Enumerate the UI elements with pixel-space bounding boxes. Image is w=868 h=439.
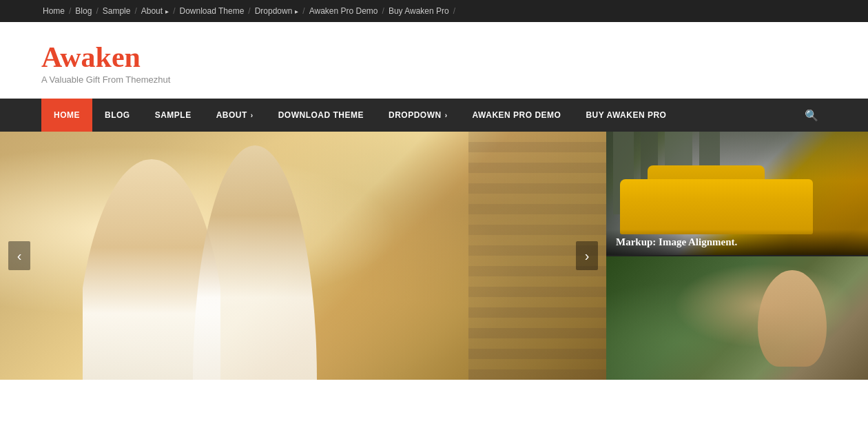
- nav-item-home[interactable]: HOME: [41, 99, 92, 132]
- nav-dropdown-arrow: ›: [445, 112, 448, 119]
- nav-item-sample[interactable]: SAMPLE: [143, 99, 204, 132]
- nav-item-download-theme[interactable]: DOWNLOAD THEME: [266, 99, 376, 132]
- topnav-sep-8: /: [451, 6, 458, 16]
- taxi-body: [620, 179, 813, 234]
- side-thumbnails: Markup: Image Alignment.: [606, 132, 868, 380]
- hero-area: ‹ › Markup: Image Alignment.: [0, 132, 868, 380]
- thumb-girl-bg: [606, 256, 868, 380]
- topnav-item-blog[interactable]: Blog: [74, 6, 93, 16]
- topnav-item-download-theme[interactable]: Download Theme: [178, 6, 245, 16]
- topnav-sep-5: /: [245, 6, 253, 16]
- topnav-item-about[interactable]: About: [140, 6, 164, 16]
- main-slide: ‹ ›: [0, 132, 606, 380]
- topnav-sep-6: /: [300, 6, 307, 16]
- top-nav: Home / Blog / Sample / About ▸ / Downloa…: [41, 6, 458, 16]
- thumb-girl-overlay: [606, 256, 868, 380]
- thumb-city-bg: Markup: Image Alignment.: [606, 132, 868, 255]
- logo-area: Awaken A Valuable Gift From Themezhut: [0, 22, 868, 99]
- nav-item-dropdown[interactable]: DROPDOWN ›: [376, 99, 460, 132]
- next-button[interactable]: ›: [576, 241, 598, 270]
- thumb-girl[interactable]: [606, 256, 868, 380]
- search-button[interactable]: 🔍: [796, 99, 827, 132]
- topnav-dropdown-arrow: ▸: [293, 8, 300, 15]
- nav-item-blog[interactable]: BLOG: [92, 99, 143, 132]
- search-icon: 🔍: [805, 109, 818, 122]
- nav-item-awaken-pro-demo[interactable]: AWAKEN PRO DEMO: [460, 99, 574, 132]
- nav-about-arrow: ›: [251, 112, 254, 119]
- topnav-sep-4: /: [170, 6, 178, 16]
- thumb-city-caption: Markup: Image Alignment.: [606, 229, 868, 255]
- topnav-item-awaken-pro-demo[interactable]: Awaken Pro Demo: [308, 6, 380, 16]
- topnav-sep-3: /: [132, 6, 139, 16]
- nav-item-buy-awaken-pro[interactable]: BUY AWAKEN PRO: [573, 99, 679, 132]
- main-nav: HOME BLOG SAMPLE ABOUT › DOWNLOAD THEME …: [0, 99, 868, 132]
- thumb-city[interactable]: Markup: Image Alignment.: [606, 132, 868, 256]
- nav-item-about[interactable]: ABOUT ›: [204, 99, 266, 132]
- topnav-sep-2: /: [93, 6, 101, 16]
- prev-button[interactable]: ‹: [8, 241, 30, 270]
- topnav-item-sample[interactable]: Sample: [101, 6, 132, 16]
- topnav-about-arrow: ▸: [164, 8, 170, 15]
- top-bar: Home / Blog / Sample / About ▸ / Downloa…: [0, 0, 868, 22]
- site-subtitle: A Valuable Gift From Themezhut: [41, 74, 827, 85]
- topnav-item-buy-awaken-pro[interactable]: Buy Awaken Pro: [387, 6, 451, 16]
- slide-background: [0, 132, 606, 380]
- topnav-item-home[interactable]: Home: [41, 6, 66, 16]
- site-title[interactable]: Awaken: [41, 43, 827, 72]
- topnav-sep: /: [66, 6, 74, 16]
- topnav-sep-7: /: [380, 6, 387, 16]
- topnav-item-dropdown[interactable]: Dropdown: [254, 6, 294, 16]
